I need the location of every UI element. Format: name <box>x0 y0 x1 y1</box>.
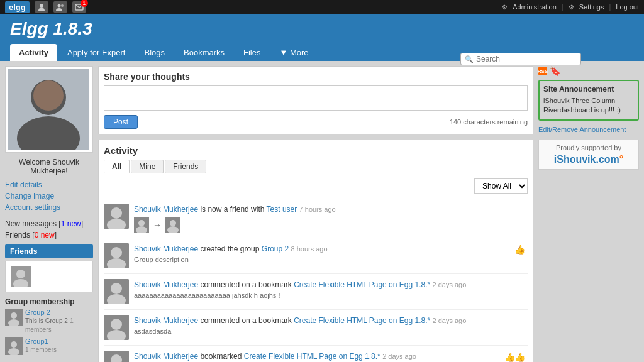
activity-item-group: Shouvik Mukherjee created the group Grou… <box>104 238 528 274</box>
new-messages: New messages [1 new] <box>5 219 93 228</box>
notifications-icon[interactable]: 1 <box>72 1 86 13</box>
group-desc-1: This is Group 2 <box>25 317 68 324</box>
elgg-logo: elgg <box>5 1 30 13</box>
svg-point-9 <box>16 270 25 278</box>
activity-sub-3: aaaaaaaaaaaaaaaaaaaaaaaaa jahsdk h aojhs… <box>134 292 528 299</box>
post-button[interactable]: Post <box>104 115 138 129</box>
group-name-2[interactable]: Group1 <box>25 337 57 345</box>
ishouvik-text: iShouvik.com <box>554 154 619 165</box>
svg-point-30 <box>111 283 122 294</box>
account-settings-link[interactable]: Account settings <box>5 202 93 213</box>
new-messages-link[interactable]: 1 new <box>61 219 81 228</box>
friends-link[interactable]: 0 new <box>35 231 55 239</box>
friends-list <box>5 261 93 292</box>
like-icon-2[interactable]: 👍 <box>514 244 525 255</box>
group-item-1: Group 2 This is Group 2 1 members <box>5 309 93 334</box>
user-avatar <box>8 69 89 150</box>
activity-body-1: Shouvik Mukherjee is now a friend with T… <box>134 204 528 233</box>
topbar-right: ⚙ Administration | ⚙ Settings | Log out <box>502 3 639 11</box>
activity-target-5[interactable]: Create Flexible HTML Page on Egg 1.8.* <box>244 352 380 361</box>
activity-avatar-2 <box>104 243 129 268</box>
sidebar-links: Edit details Change image Account settin… <box>5 179 93 213</box>
activity-avatar-1 <box>104 204 129 229</box>
activity-item-friend: Shouvik Mukherjee is now a friend with T… <box>104 199 528 238</box>
logout-link[interactable]: Log out <box>616 3 639 11</box>
logo-dot: ° <box>619 154 623 165</box>
mini-avatar-1a <box>134 217 149 233</box>
rss-icon[interactable]: RSS <box>538 67 547 75</box>
activity-user-2[interactable]: Shouvik Mukherjee <box>134 244 198 253</box>
nav-apply-for-expert[interactable]: Apply for Expert <box>58 44 135 61</box>
mini-avatar-1b <box>165 217 180 233</box>
activity-target-3[interactable]: Create Flexible HTML Page on Egg 1.8.* <box>294 280 430 289</box>
administration-link[interactable]: Administration <box>513 3 557 11</box>
nav-more[interactable]: ▼ More <box>270 44 317 61</box>
activity-text-2: Shouvik Mukherjee created the group Grou… <box>134 243 528 255</box>
svg-point-12 <box>11 312 17 319</box>
sidebar-left: Welcome Shouvik Mukherjee! Edit details … <box>5 66 93 362</box>
users-icon[interactable] <box>53 1 67 13</box>
friends-status: Friends [0 new] <box>5 231 93 239</box>
activity-thumb-row-1: → <box>134 217 528 233</box>
activity-time-4: 2 days ago <box>433 317 467 324</box>
edit-details-link[interactable]: Edit details <box>5 179 93 190</box>
activity-text-3: Shouvik Mukherjee commented on a bookmar… <box>134 279 528 290</box>
nav-files[interactable]: Files <box>235 44 269 61</box>
activity-sub-2: Group description <box>134 256 528 263</box>
group-item-2: Group1 1 members <box>5 337 93 355</box>
arrow-icon: → <box>153 220 162 230</box>
search-input[interactable] <box>476 55 577 63</box>
activity-text-5: Shouvik Mukherjee bookmarked Create Flex… <box>134 351 528 362</box>
edit-remove-announcement-link[interactable]: Edit/Remove Announcement <box>538 126 639 133</box>
activity-target-2[interactable]: Group 2 <box>262 244 289 253</box>
activity-avatar-5 <box>104 351 129 362</box>
header: Elgg 1.8.3 Activity Apply for Expert Blo… <box>0 14 644 61</box>
bookmark-icon[interactable]: 🔖 <box>550 66 560 76</box>
like-icon-5[interactable]: 👍 <box>504 352 515 362</box>
activity-tabs: All Mine Friends <box>104 160 528 173</box>
ishouvik-logo: iShouvik.com° <box>543 154 635 165</box>
activity-body-3: Shouvik Mukherjee commented on a bookmar… <box>134 279 528 304</box>
activity-time-5: 2 days ago <box>382 353 416 360</box>
svg-point-7 <box>33 80 64 111</box>
activity-user-4[interactable]: Shouvik Mukherjee <box>134 316 198 325</box>
activity-target-4[interactable]: Create Flexible HTML Page on Egg 1.8.* <box>294 316 430 325</box>
svg-point-24 <box>170 220 176 226</box>
activity-target-1[interactable]: Test user <box>267 205 297 214</box>
tab-all[interactable]: All <box>104 160 130 173</box>
topbar-left: elgg 1 <box>5 1 86 13</box>
tab-mine[interactable]: Mine <box>131 160 164 173</box>
activity-avatar-3 <box>104 279 129 304</box>
welcome-text: Welcome Shouvik Mukherjee! <box>5 158 93 175</box>
activity-user-5[interactable]: Shouvik Mukherjee <box>134 352 198 361</box>
group-thumb-1 <box>5 309 23 326</box>
activity-user-1[interactable]: Shouvik Mukherjee <box>134 205 198 214</box>
tab-friends[interactable]: Friends <box>165 160 206 173</box>
svg-point-1 <box>57 4 60 8</box>
show-all-row: Show All <box>104 178 528 194</box>
share-textarea[interactable] <box>104 85 528 111</box>
nav-activity[interactable]: Activity <box>10 44 57 61</box>
proudly-title: Proudly supported by <box>543 144 635 151</box>
profile-icon[interactable] <box>35 1 48 13</box>
activity-body-2: Shouvik Mukherjee created the group Grou… <box>134 243 528 268</box>
activity-item-comment2: Shouvik Mukherjee commented on a bookmar… <box>104 310 528 346</box>
friend-avatar <box>11 266 31 287</box>
search-bar: 🔍 <box>460 53 581 65</box>
share-title: Share your thoughts <box>104 72 528 82</box>
activity-text-4: Shouvik Mukherjee commented on a bookmar… <box>134 315 528 326</box>
show-all-select[interactable]: Show All <box>474 178 528 194</box>
nav-bookmarks[interactable]: Bookmarks <box>175 44 233 61</box>
svg-point-0 <box>40 4 43 8</box>
activity-text-1: Shouvik Mukherjee is now a friend with T… <box>134 204 528 215</box>
activity-user-3[interactable]: Shouvik Mukherjee <box>134 280 198 289</box>
activity-body-4: Shouvik Mukherjee commented on a bookmar… <box>134 315 528 340</box>
nav-blogs[interactable]: Blogs <box>135 44 174 61</box>
share-icon-5[interactable]: 👍 <box>514 352 525 362</box>
group-name-1[interactable]: Group 2 <box>25 309 93 316</box>
activity-time-1: 7 hours ago <box>299 206 336 213</box>
settings-link[interactable]: Settings <box>579 3 604 11</box>
activity-body-5: Shouvik Mukherjee bookmarked Create Flex… <box>134 351 528 362</box>
proudly-box: Proudly supported by iShouvik.com° <box>538 140 639 170</box>
change-image-link[interactable]: Change image <box>5 190 93 202</box>
